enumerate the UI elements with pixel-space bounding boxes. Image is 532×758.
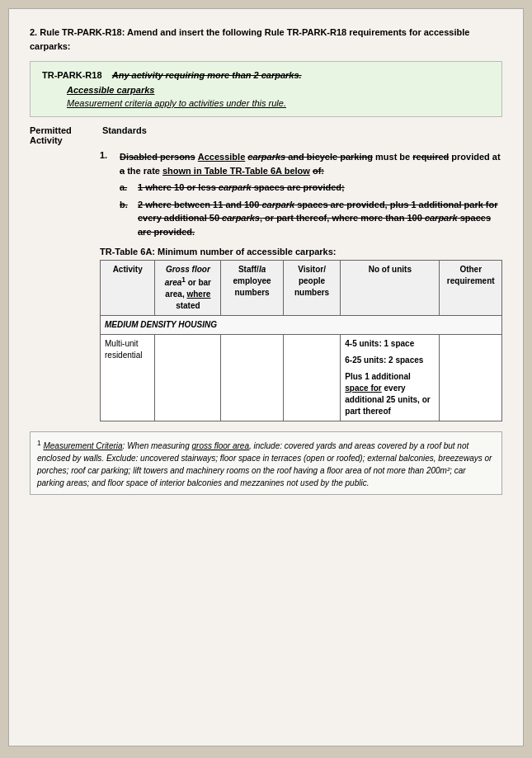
medium-density-row: MEDIUM DENSITY HOUSING [101, 316, 502, 335]
permitted-labels: Permitted Activity [30, 125, 96, 145]
units-4-5: 4-5 units: 1 space [345, 338, 435, 350]
col-other: Other requirement [440, 261, 502, 316]
sub-item-b: b. 2 where between 11 and 100 carpark sp… [120, 198, 502, 239]
staff-cell [221, 335, 284, 421]
green-rule-line: TR-PARK-R18 Any activity requiring more … [42, 70, 490, 80]
activity-label: Activity [30, 135, 96, 145]
activity-cell: Multi-unit residential [101, 335, 155, 421]
rule-heading-text: 2. Rule TR-PARK-R18: Amend and insert th… [30, 27, 469, 51]
other-cell [440, 335, 502, 421]
list-item-1: 1. Disabled persons Accessible carparks … [100, 150, 502, 242]
sub-text-b: 2 where between 11 and 100 carpark space… [138, 198, 502, 239]
content-block: 1. Disabled persons Accessible carparks … [100, 150, 502, 421]
green-box: TR-PARK-R18 Any activity requiring more … [30, 61, 502, 117]
table-title: TR-Table 6A: Minimum number of accessibl… [100, 247, 502, 257]
rule-heading: 2. Rule TR-PARK-R18: Amend and insert th… [30, 26, 502, 53]
main-list: 1. Disabled persons Accessible carparks … [100, 150, 502, 242]
rule-id: TR-PARK-R18 [42, 70, 102, 80]
col-visitor: Visitor/ people numbers [283, 261, 340, 316]
sub-text-a: 1 where 10 or less carpark spaces are pr… [138, 181, 345, 195]
list-text-1: Disabled persons Accessible carparks and… [120, 150, 502, 242]
visitor-cell [283, 335, 340, 421]
col-staff: Staff/la employee numbers [221, 261, 284, 316]
sub-label-a: a. [120, 181, 133, 195]
sub-item-a: a. 1 where 10 or less carpark spaces are… [120, 181, 502, 195]
sub-label-b: b. [120, 198, 133, 239]
section-label-cell: MEDIUM DENSITY HOUSING [101, 316, 502, 335]
permitted-label: Permitted [30, 125, 96, 135]
list-num-1: 1. [100, 150, 115, 242]
gfa-cell [155, 335, 221, 421]
units-6-25: 6-25 units: 2 spaces [345, 355, 435, 366]
measurement-text: Measurement criteria apply to activities… [42, 98, 490, 108]
data-table: Activity Gross floor area1 or bar area, … [100, 260, 502, 421]
measurement-label: Measurement criteria apply to activities… [67, 98, 286, 108]
rule-text: Any activity requiring more than 2 carpa… [112, 70, 302, 80]
footnote-box: 1 Measurement Criteria: When measuring g… [30, 431, 502, 494]
sub-list: a. 1 where 10 or less carpark spaces are… [120, 181, 502, 238]
page: 2. Rule TR-PARK-R18: Amend and insert th… [8, 8, 524, 746]
standards-label: Standards [102, 125, 147, 145]
multi-unit-row: Multi-unit residential 4-5 units: 1 spac… [101, 335, 502, 421]
table-header-row: Activity Gross floor area1 or bar area, … [101, 261, 502, 316]
permitted-activity-section: Permitted Activity Standards [30, 125, 502, 145]
col-units: No of units [341, 261, 440, 316]
units-cell: 4-5 units: 1 space 6-25 units: 2 spaces … [341, 335, 440, 421]
footnote-text: 1 Measurement Criteria: When measuring g… [37, 441, 492, 487]
subheading-text: Accessible carparks [67, 85, 154, 95]
col-activity: Activity [101, 261, 155, 316]
accessible-carparks-heading: Accessible carparks [42, 85, 490, 95]
col-gfa: Gross floor area1 or bar area, where sta… [155, 261, 221, 316]
units-plus: Plus 1 additional space for every additi… [345, 371, 435, 417]
